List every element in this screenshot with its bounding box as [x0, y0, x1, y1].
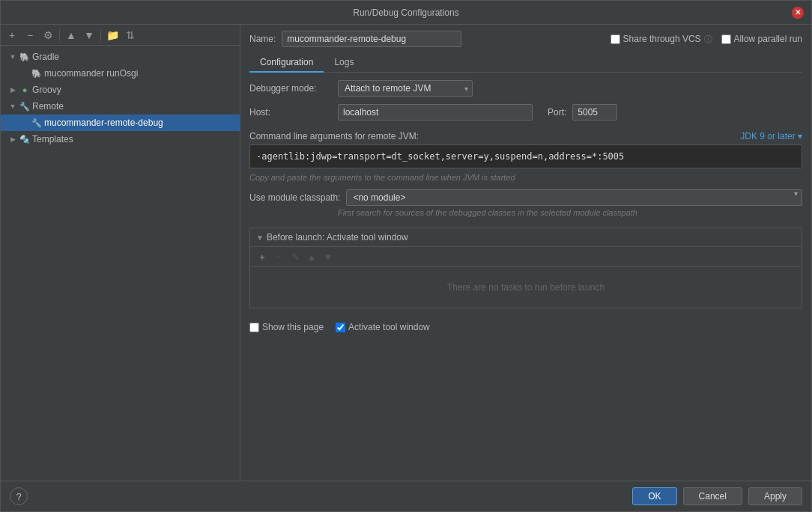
- name-label: Name:: [249, 34, 276, 44]
- remote-child-spacer: [19, 117, 31, 129]
- module-section: Use module classpath: <no module> ▾ Firs…: [249, 189, 802, 217]
- move-up-button[interactable]: ▲: [63, 27, 79, 43]
- bottom-checkboxes: Show this page Activate tool window: [249, 316, 802, 338]
- activate-window-checkbox[interactable]: [336, 323, 345, 332]
- module-dropdown[interactable]: <no module>: [346, 189, 802, 206]
- templates-icon: 🔩: [19, 133, 31, 145]
- gradle-label: Gradle: [32, 52, 59, 62]
- port-input[interactable]: [572, 104, 617, 121]
- tree-item-templates[interactable]: ▶ 🔩 Templates: [1, 131, 240, 147]
- tree-item-groovy[interactable]: ▶ ● Groovy: [1, 82, 240, 98]
- parallel-run-checkbox[interactable]: [721, 34, 731, 44]
- show-page-checkbox[interactable]: [249, 323, 259, 332]
- help-button[interactable]: ?: [10, 487, 28, 505]
- show-page-text: Show this page: [262, 322, 324, 332]
- before-launch-title: Before launch: Activate tool window: [267, 232, 408, 243]
- left-toolbar: + − ⚙ ▲ ▼ 📁 ⇅: [1, 25, 240, 46]
- folder-button[interactable]: 📁: [104, 27, 121, 43]
- empty-tasks-label: There are no tasks to run before launch: [250, 267, 802, 308]
- config-area: Debugger mode: Attach to remote JVM List…: [249, 80, 802, 475]
- run-debug-dialog: Run/Debug Configurations ✕ + − ⚙ ▲ ▼ 📁 ⇅: [0, 0, 812, 512]
- share-vcs-label[interactable]: Share through VCS ⓘ: [610, 34, 712, 45]
- remote-child-label: mucommander-remote-debug: [44, 118, 163, 128]
- cmd-label: Command line arguments for remote JVM:: [249, 131, 419, 141]
- debugger-mode-dropdown-wrapper: Attach to remote JVM Listen to remote JV…: [338, 80, 473, 97]
- remove-config-button[interactable]: −: [22, 27, 38, 43]
- before-launch-collapse-arrow: ▼: [256, 234, 264, 242]
- cmd-hint: Copy and paste the arguments to the comm…: [249, 173, 802, 182]
- parallel-run-label[interactable]: Allow parallel run: [721, 34, 802, 44]
- groovy-label: Groovy: [32, 85, 61, 95]
- add-config-button[interactable]: +: [4, 27, 20, 43]
- ok-button[interactable]: OK: [632, 487, 676, 505]
- remote-collapse-arrow: ▼: [7, 100, 19, 112]
- bl-down-button[interactable]: ▼: [321, 249, 336, 264]
- module-hint: First search for sources of the debugged…: [338, 208, 802, 217]
- templates-expand-arrow: ▶: [7, 133, 19, 145]
- bl-up-button[interactable]: ▲: [304, 249, 319, 264]
- gradle-icon: 🐘: [19, 51, 31, 63]
- before-launch-toolbar: + − ✎ ▲ ▼: [250, 247, 802, 267]
- debugger-mode-label: Debugger mode:: [249, 83, 332, 94]
- module-label: Use module classpath:: [249, 192, 340, 203]
- tree-item-remote-child[interactable]: 🔧 mucommander-remote-debug: [1, 115, 240, 131]
- host-input[interactable]: [338, 104, 533, 121]
- settings-config-button[interactable]: ⚙: [40, 27, 56, 43]
- cancel-button[interactable]: Cancel: [683, 487, 742, 505]
- dialog-title: Run/Debug Configurations: [20, 7, 792, 18]
- tab-logs[interactable]: Logs: [324, 53, 364, 73]
- bl-add-button[interactable]: +: [255, 249, 270, 264]
- gradle-collapse-arrow: ▼: [7, 51, 19, 63]
- tree-item-remote[interactable]: ▼ 🔧 Remote: [1, 98, 240, 115]
- cmd-value-box[interactable]: -agentlib:jdwp=transport=dt_socket,serve…: [249, 144, 802, 168]
- before-launch-header[interactable]: ▼ Before launch: Activate tool window: [250, 228, 802, 247]
- remote-label: Remote: [32, 101, 64, 112]
- left-panel: + − ⚙ ▲ ▼ 📁 ⇅ ▼ 🐘 Gradle: [1, 25, 240, 481]
- before-launch-section: ▼ Before launch: Activate tool window + …: [249, 228, 802, 308]
- tree-item-gradle[interactable]: ▼ 🐘 Gradle: [1, 49, 240, 65]
- remote-child-icon: 🔧: [31, 117, 43, 129]
- gradle-child-spacer: [19, 67, 31, 79]
- remote-icon: 🔧: [19, 100, 31, 112]
- cmd-section: Command line arguments for remote JVM: J…: [249, 131, 802, 182]
- debugger-mode-row: Debugger mode: Attach to remote JVM List…: [249, 80, 802, 97]
- apply-button[interactable]: Apply: [748, 487, 802, 505]
- right-panel: Name: Share through VCS ⓘ Allow parallel…: [240, 25, 811, 481]
- tree-item-gradle-child[interactable]: 🐘 mucommander runOsgi: [1, 65, 240, 82]
- action-buttons: OK Cancel Apply: [632, 487, 802, 505]
- name-row: Name: Share through VCS ⓘ Allow parallel…: [249, 31, 802, 47]
- host-label: Host:: [249, 107, 332, 118]
- config-tree: ▼ 🐘 Gradle 🐘 mucommander runOsgi ▶ ● Gro…: [1, 46, 240, 481]
- module-dropdown-wrapper: <no module> ▾: [346, 189, 802, 206]
- debugger-mode-dropdown[interactable]: Attach to remote JVM Listen to remote JV…: [338, 80, 473, 97]
- parallel-run-text: Allow parallel run: [734, 34, 802, 44]
- activate-window-text: Activate tool window: [348, 322, 430, 332]
- host-port-row: Host: Port:: [249, 104, 802, 121]
- gradle-child-label: mucommander runOsgi: [44, 68, 138, 79]
- sort-button[interactable]: ⇅: [122, 27, 139, 43]
- bottom-buttons: ? OK Cancel Apply: [1, 481, 811, 511]
- share-info-icon: ⓘ: [704, 34, 712, 45]
- tab-configuration[interactable]: Configuration: [249, 53, 324, 73]
- bl-remove-button[interactable]: −: [271, 249, 286, 264]
- share-vcs-text: Share through VCS: [623, 34, 701, 44]
- groovy-expand-arrow: ▶: [7, 84, 19, 96]
- jdk-link[interactable]: JDK 9 or later ▾: [740, 131, 802, 141]
- share-options: Share through VCS ⓘ Allow parallel run: [610, 34, 802, 45]
- bl-edit-button[interactable]: ✎: [288, 249, 303, 264]
- config-tabs: Configuration Logs: [249, 53, 802, 73]
- toolbar-sep-2: [100, 29, 101, 41]
- toolbar-sep-1: [59, 29, 60, 41]
- cmd-header: Command line arguments for remote JVM: J…: [249, 131, 802, 141]
- main-content: + − ⚙ ▲ ▼ 📁 ⇅ ▼ 🐘 Gradle: [1, 25, 811, 481]
- share-vcs-checkbox[interactable]: [610, 34, 620, 44]
- port-label: Port:: [548, 107, 566, 118]
- activate-window-label[interactable]: Activate tool window: [336, 322, 430, 332]
- templates-label: Templates: [32, 134, 73, 144]
- module-row: Use module classpath: <no module> ▾: [249, 189, 802, 206]
- groovy-icon: ●: [19, 84, 31, 96]
- close-button[interactable]: ✕: [792, 7, 804, 19]
- name-input[interactable]: [282, 31, 461, 47]
- show-page-label[interactable]: Show this page: [249, 322, 324, 332]
- move-down-button[interactable]: ▼: [81, 27, 97, 43]
